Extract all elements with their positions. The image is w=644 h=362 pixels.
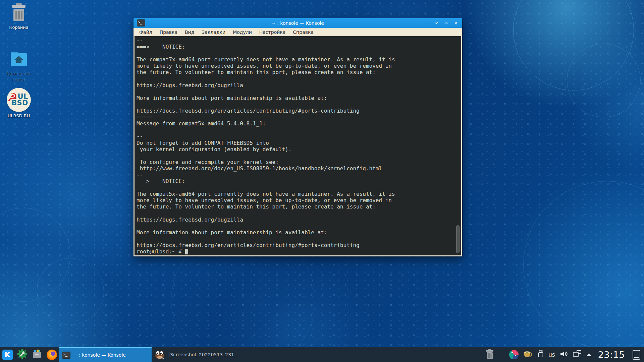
terminal-line (137, 76, 461, 82)
menu-item[interactable]: Закладки (198, 28, 229, 36)
firefox-icon (47, 350, 57, 360)
terminal-line: ===== (137, 114, 461, 120)
task-label: ~ : konsole — Konsole (73, 352, 126, 358)
terminal-line: more likely to have unresolved issues, n… (137, 63, 461, 69)
taskbar-task-gimp[interactable]: [Screenshot_20220513_231246] (и... (152, 347, 244, 362)
desktop-icon-label: Корзина (9, 25, 28, 30)
minimize-icon[interactable] (433, 20, 439, 26)
terminal-line: the future. To volunteer to maintain thi… (137, 69, 461, 75)
usb-device-icon[interactable] (537, 350, 544, 360)
terminal-line: The compat5x-amd64 port currently does n… (137, 191, 461, 197)
file-drawer-button[interactable] (30, 347, 44, 362)
terminal-line: https://bugs.freebsd.org/bugzilla (137, 217, 461, 223)
desktop-icon-label: папка (12, 77, 26, 82)
terminal-line: http://www.freebsd.org/doc/en_US.ISO8859… (137, 165, 461, 172)
terminal-line: -- (137, 172, 461, 178)
window-titlebar[interactable]: >_ ~ : konsole — Konsole (133, 18, 462, 28)
terminal-line: Message from compat5x-amd64-5.4.0.8.1_1: (137, 120, 461, 127)
app-launcher-button[interactable]: K (0, 347, 15, 362)
drawer-icon (32, 349, 42, 361)
terminal-line: More information about port maintainersh… (137, 95, 461, 101)
desktop-icon-ulbsd[interactable]: ☭ UL BSD ULBSD.RU (2, 88, 36, 119)
desktop-icon-label: Домашняя (7, 71, 31, 76)
terminal-line: ===> NOTICE: (137, 178, 461, 184)
system-tray: us 23:15 (485, 347, 644, 362)
window-title: ~ : konsole — Konsole (133, 20, 462, 26)
terminal-line: your kernel configuration (enabled by de… (137, 146, 461, 153)
terminal-line (137, 184, 461, 191)
konsole-task-icon: >_ (62, 352, 70, 359)
terminal-cursor (185, 249, 189, 254)
terminal-line: the future. To volunteer to maintain thi… (137, 203, 461, 210)
wallpaper-ring (37, 258, 104, 325)
terminal-line (137, 153, 461, 159)
ulbsd-logo-icon: ☭ UL BSD (7, 88, 31, 112)
terminal-line: https://bugs.freebsd.org/bugzilla (137, 82, 461, 88)
shell-prompt: root@ulbsd:~ # (137, 248, 185, 255)
scrollbar-thumb[interactable] (456, 225, 460, 253)
menu-item[interactable]: Вид (181, 28, 198, 36)
terminal-line: -- (137, 133, 461, 139)
close-icon[interactable] (453, 20, 459, 26)
terminal-line: ===> NOTICE: (137, 44, 461, 50)
system-settings-button[interactable] (15, 347, 30, 362)
desktop-icon-label: ULBSD.RU (8, 113, 30, 119)
terminal-line (137, 223, 461, 229)
terminal-line: https://docs.freebsd.org/en/articles/con… (137, 108, 461, 114)
show-desktop-button[interactable] (633, 350, 640, 360)
terminal-output: --===> NOTICE: The compat7x-amd64 port c… (137, 37, 461, 248)
menu-item[interactable]: Файл (136, 28, 156, 36)
desktop-icon-trash[interactable]: Корзина (2, 3, 36, 30)
terminal-line: The compat7x-amd64 port currently does n… (137, 56, 461, 63)
menu-item[interactable]: Модули (229, 28, 256, 36)
desktop-icon-home-folder[interactable]: Домашняя папка (2, 51, 36, 83)
firefox-button[interactable] (44, 347, 59, 362)
menu-item[interactable]: Правка (156, 28, 181, 36)
menu-item[interactable]: Настройка (256, 28, 289, 36)
home-folder-icon (9, 51, 29, 70)
konsole-window: >_ ~ : konsole — Konsole ФайлПравкаВидЗа… (133, 18, 462, 256)
terminal-line: https://docs.freebsd.org/en/articles/con… (137, 242, 461, 248)
trash-icon (9, 3, 28, 23)
terminal-prompt-line: root@ulbsd:~ # (137, 248, 461, 255)
terminal-screen[interactable]: --===> NOTICE: The compat7x-amd64 port c… (133, 36, 462, 256)
wallpaper-ring (567, 44, 641, 117)
terminal-line (137, 210, 461, 217)
theme-switcher-icon[interactable] (509, 350, 519, 359)
konsole-window-icon[interactable]: >_ (137, 19, 145, 26)
volume-icon[interactable] (559, 350, 568, 359)
terminal-line (137, 236, 461, 242)
terminal-line: -- (137, 37, 461, 44)
tray-expand-icon[interactable] (586, 353, 592, 356)
terminal-line (137, 88, 461, 95)
terminal-line: more likely to have unresolved issues, n… (137, 197, 461, 203)
display-settings-icon[interactable] (573, 350, 582, 359)
gimp-icon (155, 349, 165, 360)
gear-wrench-icon (17, 349, 28, 361)
trash-tray-icon[interactable] (485, 349, 495, 361)
terminal-line (137, 127, 461, 133)
clock[interactable]: 23:15 (598, 350, 625, 360)
kde-logo-icon: K (2, 350, 13, 360)
coffee-cup-icon[interactable] (523, 350, 533, 360)
taskbar: K (0, 347, 644, 362)
wallpaper-ring (523, 181, 644, 349)
terminal-line: More information about port maintainersh… (137, 229, 461, 236)
taskbar-task-konsole[interactable]: >_ ~ : konsole — Konsole (59, 347, 152, 362)
terminal-line: To configure and recompile your kernel s… (137, 159, 461, 165)
taskbar-empty-area (244, 347, 485, 362)
terminal-line: Do not forget to add COMPAT_FREEBSD5 int… (137, 140, 461, 146)
hammer-sickle-icon: ☭ (7, 90, 17, 104)
maximize-icon[interactable] (443, 20, 449, 26)
window-menubar: ФайлПравкаВидЗакладкиМодулиНастройкаСпра… (133, 28, 462, 36)
keyboard-layout-indicator[interactable]: us (548, 351, 555, 358)
task-label: [Screenshot_20220513_231246] (и... (168, 352, 241, 357)
terminal-line (137, 101, 461, 108)
menu-item[interactable]: Справка (289, 28, 317, 36)
terminal-line (137, 50, 461, 56)
